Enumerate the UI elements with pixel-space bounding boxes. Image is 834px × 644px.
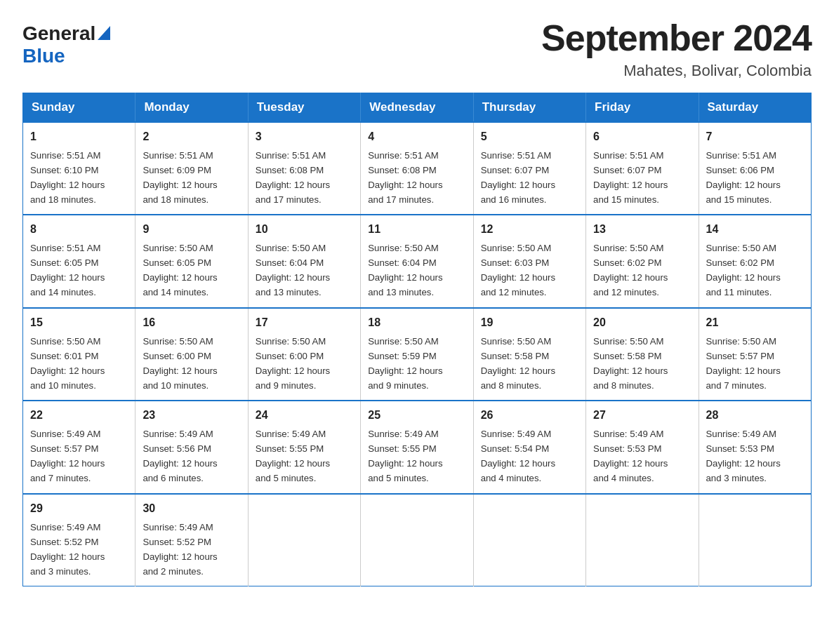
table-row: 23 Sunrise: 5:49 AMSunset: 5:56 PMDaylig… bbox=[135, 401, 248, 493]
day-number: 27 bbox=[593, 407, 691, 424]
day-number: 14 bbox=[706, 221, 804, 239]
day-number: 17 bbox=[256, 314, 353, 332]
day-number: 8 bbox=[30, 221, 128, 239]
day-number: 15 bbox=[30, 314, 128, 332]
table-row: 25 Sunrise: 5:49 AMSunset: 5:55 PMDaylig… bbox=[361, 401, 473, 493]
day-info: Sunrise: 5:51 AMSunset: 6:08 PMDaylight:… bbox=[368, 150, 442, 205]
day-number: 22 bbox=[30, 407, 128, 424]
day-number: 20 bbox=[593, 314, 691, 332]
logo-arrow-icon bbox=[98, 26, 110, 43]
day-info: Sunrise: 5:49 AMSunset: 5:56 PMDaylight:… bbox=[143, 429, 217, 483]
table-row bbox=[586, 494, 699, 586]
table-row: 20 Sunrise: 5:50 AMSunset: 5:58 PMDaylig… bbox=[586, 308, 699, 401]
day-info: Sunrise: 5:49 AMSunset: 5:55 PMDaylight:… bbox=[256, 429, 330, 483]
table-row: 28 Sunrise: 5:49 AMSunset: 5:53 PMDaylig… bbox=[699, 401, 811, 493]
header-friday: Friday bbox=[586, 93, 699, 123]
table-row: 17 Sunrise: 5:50 AMSunset: 6:00 PMDaylig… bbox=[248, 308, 360, 401]
day-info: Sunrise: 5:50 AMSunset: 6:05 PMDaylight:… bbox=[143, 243, 217, 297]
day-number: 24 bbox=[256, 407, 353, 424]
day-info: Sunrise: 5:49 AMSunset: 5:52 PMDaylight:… bbox=[30, 522, 105, 577]
table-row: 29 Sunrise: 5:49 AMSunset: 5:52 PMDaylig… bbox=[23, 494, 135, 586]
day-info: Sunrise: 5:50 AMSunset: 6:00 PMDaylight:… bbox=[143, 336, 217, 391]
header-sunday: Sunday bbox=[23, 93, 135, 123]
day-number: 13 bbox=[593, 221, 691, 239]
day-info: Sunrise: 5:51 AMSunset: 6:09 PMDaylight:… bbox=[143, 150, 217, 205]
table-row: 26 Sunrise: 5:49 AMSunset: 5:54 PMDaylig… bbox=[473, 401, 585, 493]
day-info: Sunrise: 5:50 AMSunset: 5:58 PMDaylight:… bbox=[593, 336, 668, 391]
calendar-header: Sunday Monday Tuesday Wednesday Thursday… bbox=[23, 93, 812, 123]
table-row: 7 Sunrise: 5:51 AMSunset: 6:06 PMDayligh… bbox=[699, 122, 811, 215]
day-number: 16 bbox=[143, 314, 240, 332]
day-info: Sunrise: 5:51 AMSunset: 6:08 PMDaylight:… bbox=[256, 150, 330, 205]
header-wednesday: Wednesday bbox=[361, 93, 473, 123]
day-info: Sunrise: 5:51 AMSunset: 6:05 PMDaylight:… bbox=[30, 243, 105, 297]
table-row: 19 Sunrise: 5:50 AMSunset: 5:58 PMDaylig… bbox=[473, 308, 585, 401]
day-info: Sunrise: 5:49 AMSunset: 5:55 PMDaylight:… bbox=[368, 429, 442, 483]
table-row: 8 Sunrise: 5:51 AMSunset: 6:05 PMDayligh… bbox=[23, 215, 135, 307]
logo: General Blue bbox=[22, 22, 110, 67]
day-number: 1 bbox=[30, 128, 128, 146]
day-info: Sunrise: 5:51 AMSunset: 6:06 PMDaylight:… bbox=[706, 150, 781, 205]
day-number: 18 bbox=[368, 314, 465, 332]
day-info: Sunrise: 5:50 AMSunset: 6:00 PMDaylight:… bbox=[256, 336, 330, 391]
table-row: 3 Sunrise: 5:51 AMSunset: 6:08 PMDayligh… bbox=[248, 122, 360, 215]
day-number: 25 bbox=[368, 407, 465, 424]
day-number: 7 bbox=[706, 128, 804, 146]
day-number: 26 bbox=[481, 407, 578, 424]
day-number: 2 bbox=[143, 128, 240, 146]
table-row: 6 Sunrise: 5:51 AMSunset: 6:07 PMDayligh… bbox=[586, 122, 699, 215]
table-row: 14 Sunrise: 5:50 AMSunset: 6:02 PMDaylig… bbox=[699, 215, 811, 307]
table-row: 24 Sunrise: 5:49 AMSunset: 5:55 PMDaylig… bbox=[248, 401, 360, 493]
table-row bbox=[248, 494, 360, 586]
table-row: 16 Sunrise: 5:50 AMSunset: 6:00 PMDaylig… bbox=[135, 308, 248, 401]
day-info: Sunrise: 5:51 AMSunset: 6:07 PMDaylight:… bbox=[593, 150, 668, 205]
header-thursday: Thursday bbox=[473, 93, 585, 123]
table-row bbox=[473, 494, 585, 586]
table-row: 15 Sunrise: 5:50 AMSunset: 6:01 PMDaylig… bbox=[23, 308, 135, 401]
table-row: 10 Sunrise: 5:50 AMSunset: 6:04 PMDaylig… bbox=[248, 215, 360, 307]
header: General Blue September 2024 Mahates, Bol… bbox=[22, 17, 812, 80]
day-info: Sunrise: 5:49 AMSunset: 5:53 PMDaylight:… bbox=[706, 429, 781, 483]
day-number: 30 bbox=[143, 500, 240, 518]
table-row: 21 Sunrise: 5:50 AMSunset: 5:57 PMDaylig… bbox=[699, 308, 811, 401]
calendar-table: Sunday Monday Tuesday Wednesday Thursday… bbox=[22, 93, 812, 586]
table-row: 1 Sunrise: 5:51 AMSunset: 6:10 PMDayligh… bbox=[23, 122, 135, 215]
logo-general: General bbox=[22, 22, 95, 45]
day-number: 4 bbox=[368, 128, 465, 146]
day-info: Sunrise: 5:50 AMSunset: 6:02 PMDaylight:… bbox=[706, 243, 781, 297]
calendar-subtitle: Mahates, Bolivar, Colombia bbox=[541, 62, 812, 80]
day-number: 5 bbox=[481, 128, 578, 146]
table-row: 2 Sunrise: 5:51 AMSunset: 6:09 PMDayligh… bbox=[135, 122, 248, 215]
title-area: September 2024 Mahates, Bolivar, Colombi… bbox=[541, 17, 812, 80]
day-info: Sunrise: 5:49 AMSunset: 5:57 PMDaylight:… bbox=[30, 429, 105, 483]
day-info: Sunrise: 5:50 AMSunset: 6:03 PMDaylight:… bbox=[481, 243, 555, 297]
table-row: 22 Sunrise: 5:49 AMSunset: 5:57 PMDaylig… bbox=[23, 401, 135, 493]
day-number: 9 bbox=[143, 221, 240, 239]
day-number: 23 bbox=[143, 407, 240, 424]
day-info: Sunrise: 5:49 AMSunset: 5:53 PMDaylight:… bbox=[593, 429, 668, 483]
table-row: 4 Sunrise: 5:51 AMSunset: 6:08 PMDayligh… bbox=[361, 122, 473, 215]
day-info: Sunrise: 5:50 AMSunset: 6:04 PMDaylight:… bbox=[368, 243, 442, 297]
day-info: Sunrise: 5:50 AMSunset: 5:57 PMDaylight:… bbox=[706, 336, 781, 391]
day-number: 21 bbox=[706, 314, 804, 332]
day-number: 12 bbox=[481, 221, 578, 239]
day-number: 11 bbox=[368, 221, 465, 239]
table-row: 5 Sunrise: 5:51 AMSunset: 6:07 PMDayligh… bbox=[473, 122, 585, 215]
day-info: Sunrise: 5:49 AMSunset: 5:54 PMDaylight:… bbox=[481, 429, 555, 483]
table-row: 30 Sunrise: 5:49 AMSunset: 5:52 PMDaylig… bbox=[135, 494, 248, 586]
table-row bbox=[361, 494, 473, 586]
table-row: 11 Sunrise: 5:50 AMSunset: 6:04 PMDaylig… bbox=[361, 215, 473, 307]
header-saturday: Saturday bbox=[699, 93, 811, 123]
day-number: 28 bbox=[706, 407, 804, 424]
calendar-body: 1 Sunrise: 5:51 AMSunset: 6:10 PMDayligh… bbox=[23, 122, 812, 586]
day-info: Sunrise: 5:51 AMSunset: 6:07 PMDaylight:… bbox=[481, 150, 555, 205]
table-row: 18 Sunrise: 5:50 AMSunset: 5:59 PMDaylig… bbox=[361, 308, 473, 401]
day-number: 19 bbox=[481, 314, 578, 332]
table-row: 27 Sunrise: 5:49 AMSunset: 5:53 PMDaylig… bbox=[586, 401, 699, 493]
day-info: Sunrise: 5:51 AMSunset: 6:10 PMDaylight:… bbox=[30, 150, 105, 205]
table-row: 9 Sunrise: 5:50 AMSunset: 6:05 PMDayligh… bbox=[135, 215, 248, 307]
day-number: 10 bbox=[256, 221, 353, 239]
day-number: 3 bbox=[256, 128, 353, 146]
logo-blue: Blue bbox=[22, 45, 65, 67]
day-info: Sunrise: 5:50 AMSunset: 5:59 PMDaylight:… bbox=[368, 336, 442, 391]
